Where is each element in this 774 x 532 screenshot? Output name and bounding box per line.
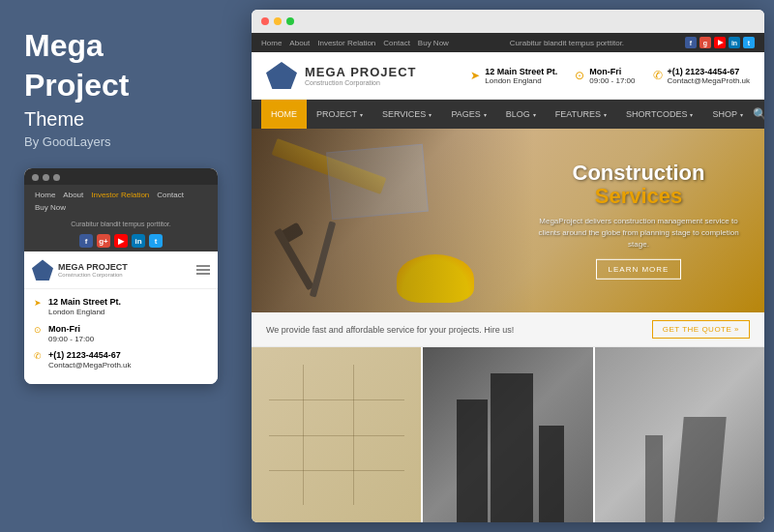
googleplus-icon[interactable]: g+ <box>97 234 110 248</box>
announce-nav-about[interactable]: About <box>289 39 310 47</box>
mobile-nav-investor[interactable]: Investor Relation <box>88 190 152 200</box>
clock-icon: ⊙ <box>34 325 44 335</box>
header-hours: 09:00 - 17:00 <box>589 76 635 85</box>
header-phone-icon: ✆ <box>653 69 663 82</box>
browser-dot-maximize[interactable] <box>286 17 294 25</box>
announce-googleplus-icon[interactable]: g <box>700 37 711 48</box>
header-location-icon: ➤ <box>470 69 480 82</box>
nav-item-services[interactable]: SERVICES ▾ <box>372 100 441 129</box>
mobile-hours: 09:00 - 17:00 <box>48 334 94 344</box>
site-logo-icon <box>266 62 297 89</box>
announce-nav: Home About Investor Relation Contact Buy… <box>261 39 449 47</box>
youtube-icon[interactable]: ▶ <box>114 234 128 248</box>
nav-item-pages[interactable]: PAGES ▾ <box>441 100 495 129</box>
announce-nav-home[interactable]: Home <box>261 39 282 47</box>
blueprint-line-3 <box>269 470 404 471</box>
browser-chrome <box>252 10 764 33</box>
blueprint-line-1 <box>269 399 404 400</box>
announce-linkedin-icon[interactable]: in <box>729 37 740 48</box>
mobile-logo-icon <box>32 259 53 281</box>
quote-bar: We provide fast and affordable service f… <box>252 312 764 347</box>
quote-button[interactable]: GET THE QUOTE » <box>652 320 750 339</box>
nav-item-shortcodes[interactable]: SHORTCODES ▾ <box>616 100 702 129</box>
portfolio-thumb-blueprint <box>252 347 421 522</box>
mobile-address-city: London England <box>48 307 121 317</box>
portfolio-item-3[interactable] <box>595 347 764 522</box>
mobile-logo: MEGA PROJECT Construction Corporation <box>32 259 128 281</box>
blog-arrow: ▾ <box>533 111 536 118</box>
hamburger-line-2 <box>196 269 210 271</box>
portfolio-section <box>252 347 764 522</box>
mobile-tagline: Curabitur blandit tempus porttitor. <box>24 218 218 230</box>
announce-nav-buy[interactable]: Buy Now <box>418 39 449 47</box>
search-icon[interactable]: 🔍 <box>753 107 764 121</box>
facebook-icon[interactable]: f <box>79 234 93 248</box>
hero-description: MegaProject delivers construction manage… <box>532 216 745 251</box>
hero-title: Construction Services <box>532 162 745 208</box>
location-icon: ➤ <box>34 298 44 308</box>
announce-nav-investor[interactable]: Investor Relation <box>317 39 375 47</box>
shop-arrow: ▾ <box>740 111 743 118</box>
phone-icon: ✆ <box>34 351 44 361</box>
blueprint-line-5 <box>353 365 354 505</box>
building-3 <box>539 426 564 522</box>
title-line2: Project <box>24 69 218 103</box>
mobile-nav: Home About Investor Relation Contact Buy… <box>24 185 218 218</box>
announce-facebook-icon[interactable]: f <box>685 37 697 48</box>
site-logo-tagline: Construction Corporation <box>305 79 417 86</box>
mobile-phone: +(1) 2123-4454-67 <box>48 350 132 360</box>
announce-youtube-icon[interactable]: ▶ <box>714 37 726 48</box>
header-email: Contact@MegaProth.uk <box>668 76 751 85</box>
browser-dot-close[interactable] <box>261 17 269 25</box>
nav-item-home[interactable]: HOME <box>261 100 307 129</box>
site-header: MEGA PROJECT Construction Corporation ➤ … <box>252 52 764 100</box>
announce-twitter-icon[interactable]: t <box>743 37 755 48</box>
nav-item-features[interactable]: FEATURES ▾ <box>546 100 616 129</box>
header-address-label: 12 Main Street Pt. <box>485 67 557 76</box>
structure-figure <box>675 417 727 522</box>
site-header-info: ➤ 12 Main Street Pt. London England ⊙ Mo… <box>470 67 750 85</box>
nav-item-shop[interactable]: SHOP ▾ <box>702 100 753 129</box>
browser-dot-minimize[interactable] <box>274 17 282 25</box>
mobile-info: ➤ 12 Main Street Pt. London England ⊙ Mo… <box>24 289 218 384</box>
twitter-icon[interactable]: t <box>149 234 163 248</box>
hamburger-line-1 <box>196 265 210 267</box>
mobile-dot-1 <box>32 174 39 181</box>
theme-by: By GoodLayers <box>24 134 218 149</box>
hero-title-text: Construction <box>573 161 705 185</box>
mobile-nav-contact[interactable]: Contact <box>154 190 187 200</box>
main-nav-items: HOME PROJECT ▾ SERVICES ▾ PAGES ▾ BLOG ▾… <box>261 100 753 129</box>
features-arrow: ▾ <box>604 111 607 118</box>
building-2 <box>491 373 533 522</box>
shortcodes-arrow: ▾ <box>690 111 693 118</box>
hero-content: Construction Services MegaProject delive… <box>532 162 745 280</box>
portfolio-item-1[interactable] <box>252 347 423 522</box>
mobile-nav-about[interactable]: About <box>60 190 86 200</box>
theme-title: Mega Project Theme By GoodLayers <box>24 29 218 168</box>
mobile-hours-row: ⊙ Mon-Fri 09:00 - 17:00 <box>34 324 208 344</box>
announce-text: Curabitur blandit tempus porttitor. <box>449 39 685 47</box>
site-logo-text: MEGA PROJECT Construction Corporation <box>305 65 417 86</box>
blueprint-line-2 <box>269 435 404 436</box>
linkedin-icon[interactable]: in <box>132 234 145 248</box>
services-arrow: ▾ <box>429 111 432 118</box>
quote-text: We provide fast and affordable service f… <box>266 325 514 335</box>
mobile-nav-home[interactable]: Home <box>32 190 58 200</box>
building-1 <box>457 399 488 522</box>
mobile-logo-name: MEGA PROJECT <box>58 262 128 272</box>
mobile-address-label: 12 Main Street Pt. <box>48 297 121 307</box>
mobile-nav-buy[interactable]: Buy Now <box>32 202 69 213</box>
portfolio-item-2[interactable] <box>423 347 594 522</box>
portfolio-thumb-worker <box>595 347 764 522</box>
hero-cta-button[interactable]: LEARN MORE <box>596 259 682 280</box>
announce-nav-contact[interactable]: Contact <box>383 39 410 47</box>
hero-section: Construction Services MegaProject delive… <box>252 129 764 312</box>
site-logo: MEGA PROJECT Construction Corporation <box>266 62 417 89</box>
hamburger-icon[interactable] <box>196 265 210 275</box>
nav-item-project[interactable]: PROJECT ▾ <box>307 100 372 129</box>
mobile-social-bar: f g+ ▶ in t <box>24 230 218 251</box>
hamburger-line-3 <box>196 273 210 275</box>
nav-item-blog[interactable]: BLOG ▾ <box>496 100 546 129</box>
left-panel: Mega Project Theme By GoodLayers Home Ab… <box>0 0 242 532</box>
mobile-mockup: Home About Investor Relation Contact Buy… <box>24 168 218 384</box>
